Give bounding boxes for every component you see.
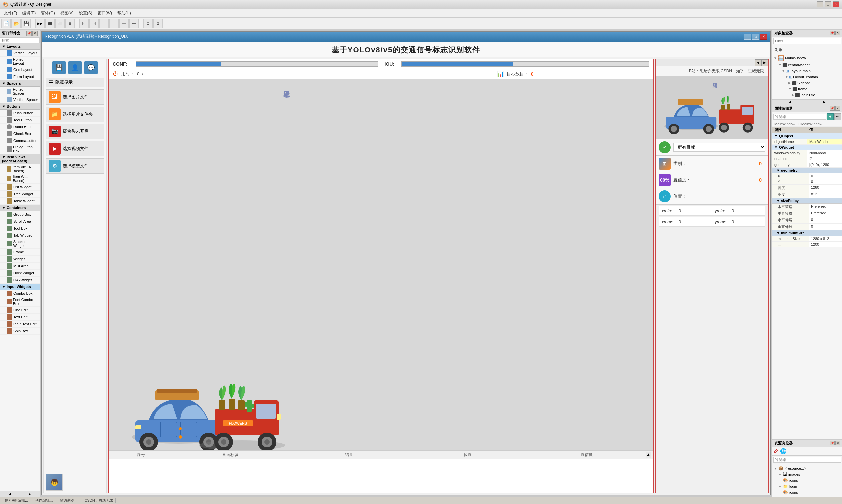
widget-item-grid-layout[interactable]: Grid Layout <box>0 66 40 73</box>
widget-item-dock-widget[interactable]: Dock Widget <box>0 270 40 277</box>
resource-item-login[interactable]: ▼ 📁 login <box>774 483 841 489</box>
tree-item-sidebar[interactable]: ▶ ⬛ Sidebar <box>774 80 841 86</box>
toolbar-btn4[interactable]: ⬜ <box>55 19 65 28</box>
app-maximize-btn[interactable]: □ <box>752 34 759 40</box>
widget-item-vertical-layout[interactable]: Vertical Layout <box>0 50 40 57</box>
status-resource-browser[interactable]: 资源浏览... <box>58 498 80 503</box>
resource-browser-pin[interactable]: 📌 <box>830 441 835 445</box>
select-folder-btn[interactable]: 📁 选择图片文件夹 <box>46 107 104 122</box>
resource-filter-input[interactable] <box>773 457 841 463</box>
widget-item-scroll-area[interactable]: Scroll Area <box>0 218 40 225</box>
close-button[interactable]: ✕ <box>833 1 839 7</box>
maximize-button[interactable]: □ <box>825 1 831 7</box>
widget-item-item-view[interactable]: Item Vie...l-Based) <box>0 164 40 174</box>
widget-item-item-widget2[interactable]: Item Wi...-Based) <box>0 174 40 184</box>
widget-item-combo-box[interactable]: Combo Box <box>0 290 40 297</box>
app-minimize-btn[interactable]: — <box>744 34 751 40</box>
widget-item-command-button[interactable]: Comma...utton <box>0 138 40 144</box>
all-targets-dropdown[interactable]: 所有目标 <box>673 143 766 152</box>
widget-item-line-edit[interactable]: Line Edit <box>0 307 40 313</box>
toolbar-btn10[interactable]: ⟺ <box>119 19 128 28</box>
select-image-btn[interactable]: 🖼 选择图片文件 <box>46 89 104 105</box>
widget-item-tree-widget[interactable]: Tree Widget <box>0 191 40 198</box>
prop-editor-close[interactable]: ✕ <box>835 106 840 110</box>
widget-item-text-edit[interactable]: Text Edit <box>0 313 40 321</box>
toolbar-btn13[interactable]: ⊠ <box>153 19 162 28</box>
toolbar-save[interactable]: 💾 <box>21 19 31 28</box>
resource-item-icons[interactable]: 🎨 icons <box>774 478 841 483</box>
toolbar-btn3[interactable]: ⬛ <box>45 19 55 28</box>
resource-browse-icon[interactable]: 🌐 <box>780 448 787 454</box>
widget-section-layouts[interactable]: ▼ Layouts <box>0 43 40 50</box>
conf-slider[interactable] <box>136 61 378 67</box>
status-action-editor[interactable]: 动作编辑... <box>33 498 55 503</box>
toolbar-btn12[interactable]: ⊡ <box>143 19 153 28</box>
prop-editor-pin[interactable]: 📌 <box>830 106 835 110</box>
prop-filter-add[interactable]: + <box>827 113 834 120</box>
toolbar-btn7[interactable]: →| <box>89 19 99 28</box>
camera-btn[interactable]: 📷 摄像头未开启 <box>46 124 104 139</box>
widget-item-group-box[interactable]: Group Box <box>0 211 40 218</box>
toolbar-btn9[interactable]: ↓ <box>109 19 119 28</box>
widget-item-spin-box[interactable]: Spin Box <box>0 328 40 335</box>
widget-item-tab-widget[interactable]: Tab Widget <box>0 232 40 239</box>
app-close-btn[interactable]: ✕ <box>760 34 767 40</box>
inspector-filter-input[interactable] <box>773 38 841 44</box>
widget-item-frame[interactable]: Frame <box>0 249 40 256</box>
toolbar-open[interactable]: 📂 <box>11 19 21 28</box>
toolbar-btn2[interactable]: ▶▶ <box>35 19 45 28</box>
resource-item-login-icons[interactable]: 🎨 icons <box>774 489 841 496</box>
icon-btn-2[interactable]: 👤 <box>68 61 82 74</box>
table-scroll-btn[interactable]: ▲ <box>646 452 651 458</box>
prop-filter-input[interactable] <box>773 113 826 120</box>
widget-section-buttons[interactable]: ▼ Buttons <box>0 103 40 109</box>
widget-item-widget[interactable]: Widget <box>0 256 40 263</box>
widget-box-pin[interactable]: 📌 <box>26 31 32 36</box>
widget-item-table-widget[interactable]: Table Widget <box>0 198 40 205</box>
menu-file[interactable]: 文件(F) <box>1 10 20 17</box>
widget-item-mdi-area[interactable]: MDI Area <box>0 263 40 270</box>
menu-settings[interactable]: 设置(S) <box>76 10 95 17</box>
icon-btn-3[interactable]: 💬 <box>84 61 98 74</box>
tree-item-layout-main[interactable]: ▼ ⊞ Layout_main <box>774 68 841 74</box>
widget-item-dialog-button[interactable]: Dialog ...ton Box <box>0 144 40 154</box>
widget-item-stacked-widget[interactable]: Stacked Widget <box>0 239 40 249</box>
resource-browser-close[interactable]: ✕ <box>835 441 840 445</box>
tree-item-logintitle[interactable]: ▶ ⬛ loginTitle <box>774 92 841 98</box>
nav-right-arrow[interactable]: ▶ <box>761 59 768 66</box>
inspector-scroll-left[interactable]: ◀ <box>772 100 807 105</box>
menu-edit[interactable]: 编辑(E) <box>20 10 38 17</box>
icon-btn-1[interactable]: 💾 <box>52 61 66 74</box>
toolbar-btn8[interactable]: ↑ <box>99 19 109 28</box>
widget-item-check-box[interactable]: Check Box <box>0 130 40 138</box>
resource-item-images[interactable]: ▼ 🖼 images <box>774 471 841 478</box>
widget-item-qax-widget[interactable]: QAxWidget <box>0 277 40 284</box>
menu-form[interactable]: 窗体(O) <box>38 10 57 17</box>
widget-item-font-combo-box[interactable]: Font Combo Box <box>0 297 40 307</box>
widget-item-push-button[interactable]: Push Button <box>0 109 40 116</box>
toolbar-btn11[interactable]: ⟻ <box>129 19 139 28</box>
tree-item-layout-contain[interactable]: ▼ ⊞ Layout_contain <box>774 74 841 80</box>
toolbar-new[interactable]: 📄 <box>1 19 11 28</box>
inspector-close[interactable]: ✕ <box>835 31 840 35</box>
resource-edit-icon[interactable]: 🖊 <box>773 448 779 454</box>
widget-item-horiz-layout[interactable]: Horizon... Layout <box>0 57 40 66</box>
widget-item-tool-button[interactable]: Tool Button <box>0 116 40 124</box>
widget-section-spacers[interactable]: ▼ Spacers <box>0 80 40 87</box>
widget-item-form-layout[interactable]: Form Layout <box>0 73 40 80</box>
widget-section-containers[interactable]: ▼ Containers <box>0 205 40 211</box>
widget-item-plain-text-edit[interactable]: Plain Text Edit <box>0 321 40 328</box>
tree-item-mainwindow[interactable]: ▼ 🪟 MainWindow <box>774 54 841 62</box>
widget-box-close[interactable]: ✕ <box>32 31 38 36</box>
toolbar-btn5[interactable]: ⊞ <box>65 19 75 28</box>
widget-section-item-views[interactable]: ▼ Item Views (Model-Based) <box>0 154 40 164</box>
widget-nav-next[interactable]: ▶ <box>20 491 40 497</box>
hide-show-btn[interactable]: ☰ 隐藏显示 <box>46 77 104 87</box>
tree-item-frame[interactable]: ▼ ⬛ frame <box>774 86 841 92</box>
menu-help[interactable]: 帮助(H) <box>115 10 134 17</box>
widget-item-tool-box[interactable]: Tool Box <box>0 225 40 232</box>
minimize-button[interactable]: — <box>817 1 823 7</box>
status-signal-slot[interactable]: 信号/槽 编辑... <box>3 498 30 503</box>
nav-left-arrow[interactable]: ◀ <box>755 59 761 66</box>
widget-item-list-widget[interactable]: List Widget <box>0 184 40 191</box>
